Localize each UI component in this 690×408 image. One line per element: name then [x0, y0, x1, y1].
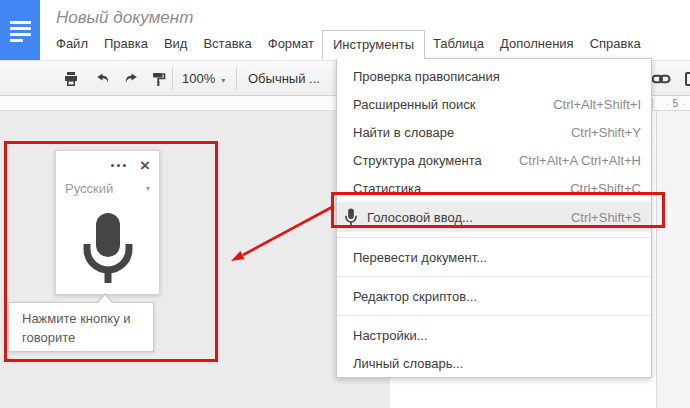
undo-icon	[94, 70, 112, 88]
menu-edit[interactable]: Правка	[96, 30, 156, 58]
ruler-mark: 5	[673, 98, 683, 109]
document-title[interactable]: Новый документ	[56, 8, 193, 28]
insert-image-partial-icon	[684, 70, 690, 88]
microphone-button[interactable]	[56, 211, 159, 287]
header: Новый документ Файл Правка Вид Вставка Ф…	[0, 0, 690, 60]
menu-file[interactable]: Файл	[48, 30, 96, 58]
menu-divider	[337, 276, 651, 277]
menu-item-spellcheck[interactable]: Проверка правописания	[337, 62, 651, 90]
menu-table[interactable]: Таблица	[425, 30, 492, 58]
shortcut-label: Ctrl+Shift+Y	[571, 125, 641, 140]
paint-format-button[interactable]	[148, 68, 170, 90]
menu-item-preferences[interactable]: Настройки...	[337, 321, 651, 349]
menu-help[interactable]: Справка	[582, 30, 649, 58]
chevron-down-icon: ▾	[146, 184, 150, 193]
menu-addons[interactable]: Дополнения	[492, 30, 582, 58]
more-options-icon[interactable]	[111, 164, 126, 167]
ruler-ticks: ׀ ·5· ׀	[650, 98, 690, 109]
page-side-strip	[657, 111, 690, 408]
menu-item-explore[interactable]: Расширенный поиск Ctrl+Alt+Shift+I	[337, 90, 651, 118]
menu-item-personal-dictionary[interactable]: Личный словарь...	[337, 349, 651, 377]
shortcut-label: Ctrl+Shift+S	[571, 210, 641, 225]
undo-button[interactable]	[92, 68, 114, 90]
menu-item-voice-typing[interactable]: Голосовой ввод... Ctrl+Shift+S	[337, 202, 651, 232]
language-value: Русский	[65, 181, 113, 196]
menu-item-define[interactable]: Найти в словаре Ctrl+Shift+Y	[337, 118, 651, 146]
insert-link-button[interactable]	[650, 68, 672, 90]
paragraph-style-select[interactable]: Обычный ...	[248, 71, 320, 86]
redo-button[interactable]	[120, 68, 142, 90]
print-button[interactable]	[60, 68, 82, 90]
google-docs-logo-icon[interactable]	[0, 0, 40, 60]
voice-tooltip: Нажмите кнопку и говорите	[8, 302, 154, 352]
toolbar-separator	[236, 67, 237, 90]
zoom-value: 100%	[182, 71, 215, 86]
voice-tooltip-text: Нажмите кнопку и говорите	[22, 311, 131, 345]
menu-divider	[337, 315, 651, 316]
print-icon	[62, 70, 80, 88]
microphone-icon	[80, 211, 136, 287]
toolbar-separator	[172, 67, 173, 90]
menu-item-document-outline[interactable]: Структура документа Ctrl+Alt+A Ctrl+Alt+…	[337, 146, 651, 174]
shortcut-label: Ctrl+Alt+Shift+I	[553, 97, 641, 112]
insert-image-button[interactable]	[682, 68, 690, 90]
style-value: Обычный ...	[248, 71, 320, 86]
shortcut-label: Ctrl+Shift+C	[570, 181, 641, 196]
shortcut-label: Ctrl+Alt+A Ctrl+Alt+H	[519, 153, 641, 168]
microphone-icon	[344, 208, 358, 226]
voice-typing-panel: × Русский ▾	[55, 150, 160, 295]
chevron-down-icon: ▾	[221, 76, 225, 85]
menubar: Файл Правка Вид Вставка Формат Инструмен…	[48, 30, 649, 59]
close-icon[interactable]: ×	[140, 159, 150, 173]
menu-view[interactable]: Вид	[156, 30, 196, 58]
menu-insert[interactable]: Вставка	[195, 30, 259, 58]
menu-item-script-editor[interactable]: Редактор скриптов...	[337, 282, 651, 310]
menu-divider	[337, 237, 651, 238]
redo-icon	[122, 70, 140, 88]
voice-panel-header: ×	[56, 151, 159, 177]
insert-link-icon	[651, 71, 671, 87]
menu-item-word-count[interactable]: Статистика Ctrl+Shift+C	[337, 174, 651, 202]
menu-format[interactable]: Формат	[260, 30, 322, 58]
zoom-select[interactable]: 100%▾	[182, 71, 225, 86]
tools-dropdown-menu: Проверка правописания Расширенный поиск …	[336, 58, 652, 378]
menu-item-translate-document[interactable]: Перевести документ...	[337, 243, 651, 271]
menu-tools[interactable]: Инструменты	[322, 30, 425, 59]
tooltip-pointer	[97, 295, 113, 304]
paint-format-icon	[150, 70, 168, 88]
language-select[interactable]: Русский ▾	[56, 177, 159, 196]
